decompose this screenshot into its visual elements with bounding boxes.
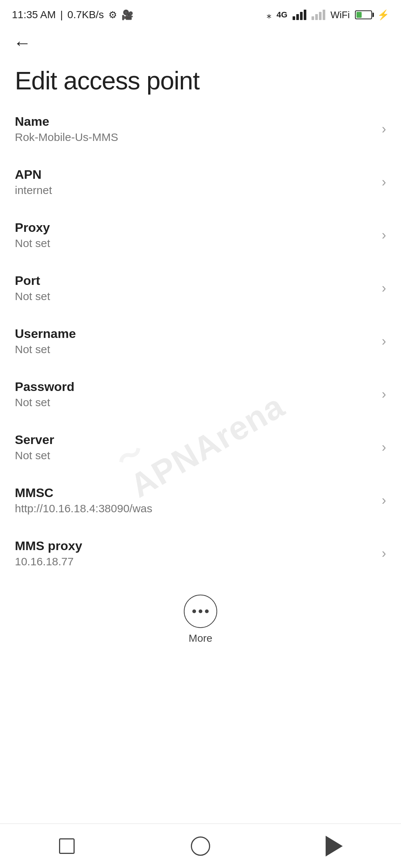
chevron-right-icon-mms-proxy: › [382,546,386,561]
settings-item-mmsc[interactable]: MMSC http://10.16.18.4:38090/was › [0,474,401,527]
three-dots-icon [192,609,209,613]
network-speed: 0.7KB/s [68,9,104,21]
chevron-right-icon-apn: › [382,174,386,190]
settings-item-name[interactable]: Name Rok-Mobile-Us-MMS › [0,102,401,155]
settings-item-content-name: Name Rok-Mobile-Us-MMS [15,114,374,144]
settings-item-content-server: Server Not set [15,433,374,462]
settings-item-content-apn: APN internet [15,167,374,197]
signal-bars-2 [312,10,325,20]
chevron-right-icon-name: › [382,121,386,137]
settings-item-content-proxy: Proxy Not set [15,220,374,250]
settings-item-title-mms-proxy: MMS proxy [15,539,374,553]
settings-item-value-apn: internet [15,184,374,197]
camera-icon: 🎥 [121,9,133,21]
settings-item-content-port: Port Not set [15,273,374,303]
settings-item-apn[interactable]: APN internet › [0,155,401,208]
settings-item-title-server: Server [15,433,374,447]
wifi-icon: WiFi [330,9,350,21]
settings-item-port[interactable]: Port Not set › [0,262,401,315]
chevron-right-icon-mmsc: › [382,493,386,508]
network-4g-icon: 4G [277,10,287,20]
page-title: Edit access point [0,56,401,102]
more-label: More [189,632,212,644]
time-display: 11:35 AM [12,9,56,21]
back-button[interactable]: ← [13,34,31,52]
bottom-nav [0,823,401,868]
settings-item-mms-proxy[interactable]: MMS proxy 10.16.18.77 › [0,527,401,580]
settings-item-content-mms-proxy: MMS proxy 10.16.18.77 [15,539,374,568]
recents-icon [59,838,75,854]
battery-icon [355,10,372,19]
settings-item-title-proxy: Proxy [15,220,374,235]
settings-item-content-mmsc: MMSC http://10.16.18.4:38090/was [15,486,374,515]
settings-item-value-username: Not set [15,343,374,356]
nav-back-button[interactable] [316,828,353,865]
more-circle-icon [184,595,217,628]
top-nav: ← [0,27,401,56]
settings-item-value-port: Not set [15,290,374,303]
chevron-right-icon-username: › [382,333,386,349]
settings-item-title-apn: APN [15,167,374,182]
settings-item-title-password: Password [15,379,374,394]
settings-item-password[interactable]: Password Not set › [0,368,401,421]
signal-bars-1 [293,10,306,20]
status-left: 11:35 AM | 0.7KB/s ⚙ 🎥 [12,9,133,21]
more-button[interactable]: More [184,595,217,644]
settings-item-proxy[interactable]: Proxy Not set › [0,208,401,262]
settings-list: Name Rok-Mobile-Us-MMS › APN internet › … [0,102,401,580]
settings-item-title-username: Username [15,326,374,341]
settings-item-value-password: Not set [15,396,374,409]
bluetooth-icon: ⁎ [267,9,271,21]
home-icon [191,836,210,856]
nav-recents-button[interactable] [48,828,85,865]
settings-item-value-mms-proxy: 10.16.18.77 [15,555,374,568]
settings-item-value-mmsc: http://10.16.18.4:38090/was [15,502,374,515]
charging-icon: ⚡ [377,9,389,21]
chevron-right-icon-server: › [382,440,386,455]
chevron-right-icon-port: › [382,280,386,296]
settings-item-value-name: Rok-Mobile-Us-MMS [15,131,374,144]
chevron-right-icon-password: › [382,387,386,402]
settings-item-value-proxy: Not set [15,237,374,250]
settings-item-title-port: Port [15,273,374,288]
settings-item-content-username: Username Not set [15,326,374,356]
nav-home-button[interactable] [182,828,219,865]
status-bar: 11:35 AM | 0.7KB/s ⚙ 🎥 ⁎ 4G WiFi ⚡ [0,0,401,27]
status-right: ⁎ 4G WiFi ⚡ [267,9,389,21]
more-section: More [0,580,401,655]
separator: | [60,9,63,21]
settings-item-title-mmsc: MMSC [15,486,374,500]
back-icon [326,836,343,857]
settings-item-server[interactable]: Server Not set › [0,421,401,474]
settings-item-content-password: Password Not set [15,379,374,409]
chevron-right-icon-proxy: › [382,227,386,243]
settings-item-value-server: Not set [15,449,374,462]
settings-icon: ⚙ [108,9,117,21]
settings-item-title-name: Name [15,114,374,129]
settings-item-username[interactable]: Username Not set › [0,315,401,368]
